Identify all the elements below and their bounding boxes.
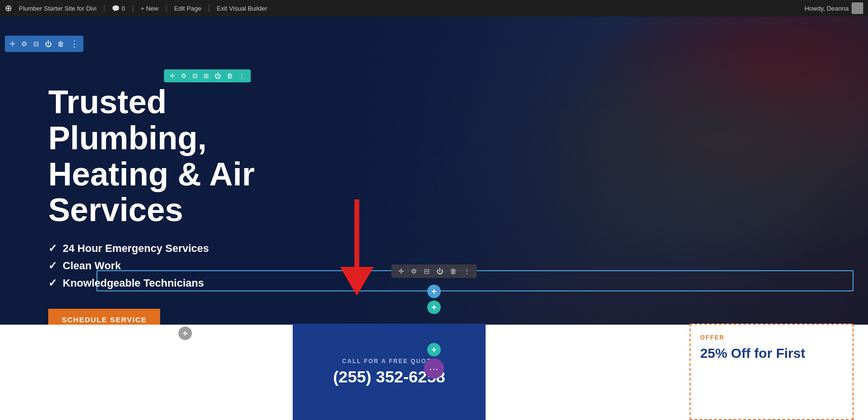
- section-disable-icon[interactable]: ⏻: [215, 72, 221, 79]
- avatar: [852, 2, 863, 14]
- section-settings-icon[interactable]: ⚙: [181, 72, 187, 79]
- offer-label: OFFER: [700, 334, 843, 341]
- check-icon-2: ✓: [48, 260, 57, 272]
- checklist-item-1: ✓ 24 Hour Emergency Services: [48, 242, 299, 255]
- row-settings-icon[interactable]: ⚙: [411, 267, 417, 275]
- section-toolbar: ✛ ⚙ ⊟ ⊞ ⏻ 🗑 ⋮: [164, 69, 251, 82]
- add-section-button[interactable]: +: [178, 327, 192, 340]
- section-delete-icon[interactable]: 🗑: [227, 72, 233, 79]
- row-disable-icon[interactable]: ⏻: [436, 267, 443, 275]
- hero-title: Trusted Plumbing, Heating & Air Services: [48, 84, 299, 228]
- check-icon-1: ✓: [48, 242, 57, 255]
- offer-section: OFFER 25% Off for First: [690, 324, 854, 420]
- row-more-icon[interactable]: ⋮: [463, 267, 470, 275]
- row-delete-icon[interactable]: 🗑: [450, 267, 457, 275]
- edit-page-link[interactable]: Edit Page: [174, 5, 201, 12]
- disable-icon[interactable]: ⏻: [45, 40, 52, 48]
- hero-section: ✛ ⚙ ⊟ ⊞ ⏻ 🗑 ⋮ Trusted Plumbing, Heating …: [0, 16, 868, 325]
- comment-icon: 💬: [112, 5, 120, 12]
- separator3: |: [165, 4, 167, 13]
- hero-content: Trusted Plumbing, Heating & Air Services…: [0, 16, 347, 325]
- three-dots-button[interactable]: ···: [424, 358, 444, 379]
- checklist-item-2: ✓ Clean Work: [48, 260, 299, 272]
- check-icon-3: ✓: [48, 277, 57, 289]
- add-row-below-button[interactable]: +: [427, 301, 441, 314]
- move-icon[interactable]: ✛: [10, 40, 15, 48]
- page-area: ✛ ⚙ ⊟ ⏻ 🗑 ⋮ ✛ ⚙ ⊟ ⊞ ⏻ 🗑 ⋮ Trusted Plumbi…: [0, 16, 868, 420]
- wp-logo-icon[interactable]: ⊕: [5, 3, 12, 13]
- site-name[interactable]: Plumber Starter Site for Divi: [19, 5, 96, 12]
- delete-icon[interactable]: 🗑: [57, 40, 64, 48]
- call-label: CALL FOR A FREE QUOTE: [342, 358, 436, 365]
- settings-icon[interactable]: ⚙: [21, 40, 27, 48]
- admin-bar: ⊕ Plumber Starter Site for Divi | 💬 0 | …: [0, 0, 868, 16]
- separator: |: [103, 4, 105, 13]
- row-move-icon[interactable]: ✛: [398, 267, 404, 275]
- svg-marker-1: [340, 267, 374, 296]
- section-move-icon[interactable]: ✛: [170, 72, 175, 79]
- section-duplicate-icon[interactable]: ⊟: [192, 72, 198, 79]
- row-toolbar: ✛ ⚙ ⊟ ⏻ 🗑 ⋮: [392, 264, 477, 278]
- more-options-icon[interactable]: ⋮: [70, 39, 79, 49]
- section-more-icon[interactable]: ⋮: [239, 72, 245, 79]
- add-row-inside-button[interactable]: +: [427, 285, 441, 298]
- howdy-label: Howdy, Deanna: [804, 2, 863, 14]
- schedule-service-button[interactable]: SCHEDULE SERVICE: [48, 309, 160, 325]
- red-arrow-indicator: [338, 199, 376, 296]
- section-grid-icon[interactable]: ⊞: [203, 72, 209, 79]
- separator4: |: [208, 4, 210, 13]
- row-duplicate-icon[interactable]: ⊟: [424, 267, 430, 275]
- call-section: CALL FOR A FREE QUOTE (255) 352-6258: [293, 324, 486, 420]
- new-menu[interactable]: + New: [141, 5, 159, 12]
- comments-link[interactable]: 💬 0: [112, 5, 125, 12]
- add-mid-button[interactable]: +: [427, 343, 441, 356]
- checklist-item-3: ✓ Knowledgeable Technicians: [48, 277, 299, 289]
- offer-title: 25% Off for First: [700, 346, 843, 361]
- divi-builder-toolbar: ✛ ⚙ ⊟ ⏻ 🗑 ⋮: [5, 36, 83, 52]
- duplicate-icon[interactable]: ⊟: [33, 40, 39, 48]
- separator2: |: [132, 4, 134, 13]
- hero-checklist: ✓ 24 Hour Emergency Services ✓ Clean Wor…: [48, 242, 299, 289]
- exit-visual-builder-link[interactable]: Exit Visual Builder: [217, 5, 268, 12]
